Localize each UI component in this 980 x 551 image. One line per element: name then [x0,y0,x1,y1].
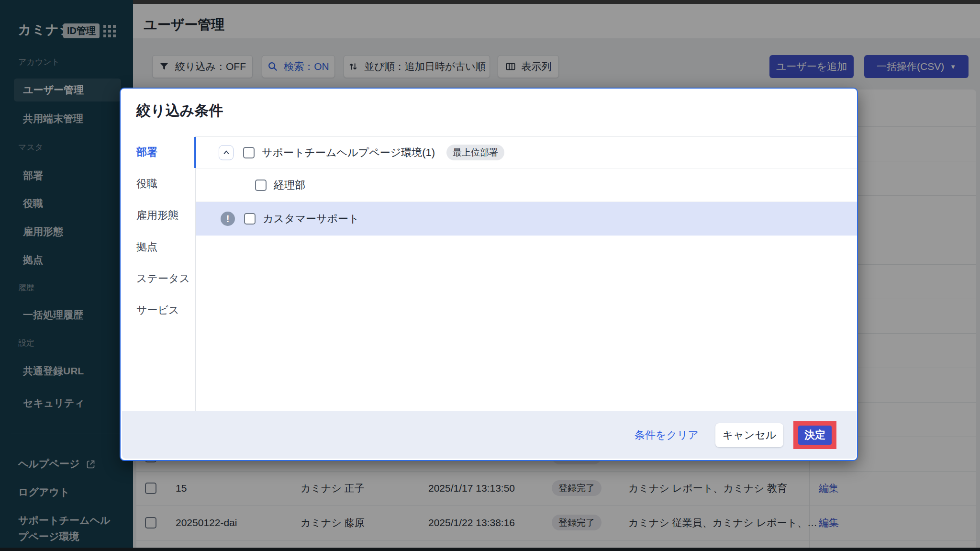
department-label: 経理部 [274,178,305,192]
submit-button[interactable]: 決定 [798,426,832,445]
modal-tab-employment-type[interactable]: 雇用形態 [121,200,195,231]
highlight-annotation-box: 決定 [793,421,836,449]
collapse-expander-button[interactable] [219,145,234,160]
department-checkbox[interactable] [244,213,256,225]
modal-tab-services[interactable]: サービス [121,294,195,326]
modal-tab-locations[interactable]: 拠点 [121,231,195,263]
modal-tab-departments[interactable]: 部署 [121,136,195,168]
department-checkbox[interactable] [243,147,255,158]
cancel-button[interactable]: キャンセル [715,423,783,447]
warning-icon: ! [221,212,235,226]
window-bottom-edge [0,548,980,551]
modal-title: 絞り込み条件 [136,101,223,121]
department-row-root: サポートチームヘルプページ環境(1) 最上位部署 [196,136,857,169]
department-label: サポートチームヘルプページ環境(1) [262,146,435,160]
department-row-highlighted: ! カスタマーサポート [196,202,857,236]
department-checkbox[interactable] [255,180,267,191]
active-tab-indicator [194,137,196,168]
department-row-child: 経理部 [196,169,857,202]
modal-footer: 条件をクリア キャンセル 決定 [122,411,857,459]
filter-modal: 絞り込み条件 部署 役職 雇用形態 拠点 ステータス サービス サポートチームヘ… [120,88,858,461]
clear-conditions-link[interactable]: 条件をクリア [635,428,699,442]
modal-tab-roles[interactable]: 役職 [121,168,195,200]
app-screen: ユーザー管理 絞り込み：OFF 検索：ON 並び順：追加日時が古い順 [0,0,980,551]
top-level-department-badge: 最上位部署 [446,145,504,160]
chevron-up-icon [221,147,232,158]
department-label: カスタマーサポート [263,212,359,226]
modal-tab-status[interactable]: ステータス [121,263,195,294]
